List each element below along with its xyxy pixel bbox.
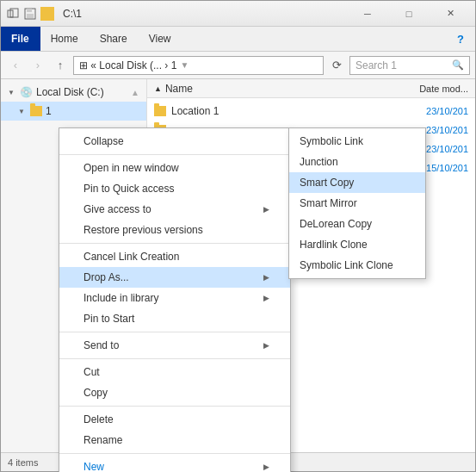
context-menu: Collapse Open in new window Pin to Quick…	[59, 127, 291, 472]
expand-arrow-icon: ▼	[8, 89, 16, 96]
expand-arrow-icon-1: ▼	[18, 108, 27, 115]
folder-icon-title	[40, 7, 54, 21]
col-header-date: Date mod...	[399, 84, 468, 94]
sidebar-label-local-disk: Local Disk (C:)	[36, 86, 104, 98]
menu-separator	[59, 453, 290, 454]
col-header-name: Name	[165, 83, 399, 95]
submenu: Symbolic Link Junction Smart Copy Smart …	[288, 127, 426, 279]
svg-rect-4	[27, 14, 34, 18]
tab-home[interactable]: Home	[40, 27, 90, 51]
maximize-button[interactable]: □	[389, 1, 429, 27]
window: C:\1 ─ □ ✕ File Home Share View ? ‹ › ↑ …	[0, 0, 476, 472]
submenu-item-symbolic-link-clone[interactable]: Symbolic Link Clone	[289, 255, 425, 276]
submenu-item-symbolic-link[interactable]: Symbolic Link	[289, 131, 425, 152]
menu-separator	[59, 406, 290, 407]
address-input[interactable]: ⊞ « Local Disk (... › 1 ▼	[73, 56, 324, 75]
menu-item-send-to[interactable]: Send to	[59, 335, 290, 356]
save-icon	[23, 7, 37, 21]
window-controls: ─ □ ✕	[348, 1, 470, 27]
menu-separator	[59, 154, 290, 155]
menu-item-open-new-window[interactable]: Open in new window	[59, 158, 290, 178]
menu-item-drop-as[interactable]: Drop As...	[59, 267, 290, 288]
menu-item-pin-start[interactable]: Pin to Start	[59, 308, 290, 329]
refresh-button[interactable]: ⟳	[327, 56, 346, 75]
menu-item-copy[interactable]: Copy	[59, 382, 290, 403]
menu-item-restore-versions[interactable]: Restore previous versions	[59, 220, 290, 240]
menu-item-give-access[interactable]: Give access to	[59, 199, 290, 220]
menu-separator	[59, 332, 290, 332]
help-button[interactable]: ?	[447, 27, 475, 51]
window-title: C:\1	[63, 8, 348, 20]
table-row[interactable]: Location 1 23/10/201	[147, 102, 475, 121]
menu-item-cut[interactable]: Cut	[59, 362, 290, 382]
item-count: 4 items	[8, 457, 38, 468]
menu-item-delete[interactable]: Delete	[59, 409, 290, 430]
search-label: Search 1	[355, 59, 397, 71]
file-date: 23/10/201	[399, 106, 468, 116]
file-name: Location 1	[171, 105, 394, 117]
title-bar: C:\1 ─ □ ✕	[1, 1, 475, 27]
menu-item-pin-quick-access[interactable]: Pin to Quick access	[59, 178, 290, 199]
minimize-button[interactable]: ─	[348, 1, 387, 27]
sidebar-label-1: 1	[46, 105, 52, 117]
submenu-item-smart-mirror[interactable]: Smart Mirror	[289, 193, 425, 214]
breadcrumb: ⊞ « Local Disk (... › 1	[79, 59, 176, 71]
menu-item-rename[interactable]: Rename	[59, 430, 290, 450]
quick-access-icon	[6, 7, 20, 21]
back-button[interactable]: ‹	[6, 56, 25, 75]
scroll-up-icon: ▲	[131, 88, 139, 97]
folder-icon-sidebar	[30, 106, 42, 116]
tab-share[interactable]: Share	[90, 27, 139, 51]
drive-icon: 💿	[20, 86, 33, 98]
folder-icon-row	[154, 106, 166, 116]
address-bar: ‹ › ↑ ⊞ « Local Disk (... › 1 ▼ ⟳ Search…	[1, 52, 475, 79]
title-bar-icons	[6, 7, 58, 21]
svg-rect-3	[27, 9, 32, 12]
column-header: ▲ Name Date mod...	[147, 79, 475, 98]
submenu-item-smart-copy[interactable]: Smart Copy	[289, 172, 425, 193]
ribbon-tabs: File Home Share View ?	[1, 27, 475, 51]
menu-separator	[59, 358, 290, 359]
close-button[interactable]: ✕	[430, 1, 470, 27]
tab-view[interactable]: View	[139, 27, 182, 51]
tab-file[interactable]: File	[1, 27, 40, 51]
sidebar-item-1[interactable]: ▼ 1	[1, 102, 146, 121]
menu-item-collapse[interactable]: Collapse	[59, 131, 290, 152]
search-box[interactable]: Search 1 🔍	[349, 56, 470, 75]
search-icon: 🔍	[452, 59, 464, 71]
menu-item-cancel-link[interactable]: Cancel Link Creation	[59, 246, 290, 267]
dropdown-arrow-icon: ▼	[180, 60, 189, 70]
up-button[interactable]: ↑	[51, 56, 70, 75]
sidebar-item-local-disk[interactable]: ▼ 💿 Local Disk (C:) ▲	[1, 83, 146, 102]
menu-separator	[59, 243, 290, 244]
ribbon: File Home Share View ?	[1, 27, 475, 52]
sort-arrow-icon: ▲	[154, 84, 162, 93]
menu-item-new[interactable]: New	[59, 456, 290, 472]
menu-item-include-library[interactable]: Include in library	[59, 288, 290, 308]
submenu-item-junction[interactable]: Junction	[289, 152, 425, 172]
submenu-item-hardlink-clone[interactable]: Hardlink Clone	[289, 234, 425, 255]
forward-button[interactable]: ›	[28, 56, 47, 75]
submenu-item-delorean-copy[interactable]: DeLorean Copy	[289, 214, 425, 234]
